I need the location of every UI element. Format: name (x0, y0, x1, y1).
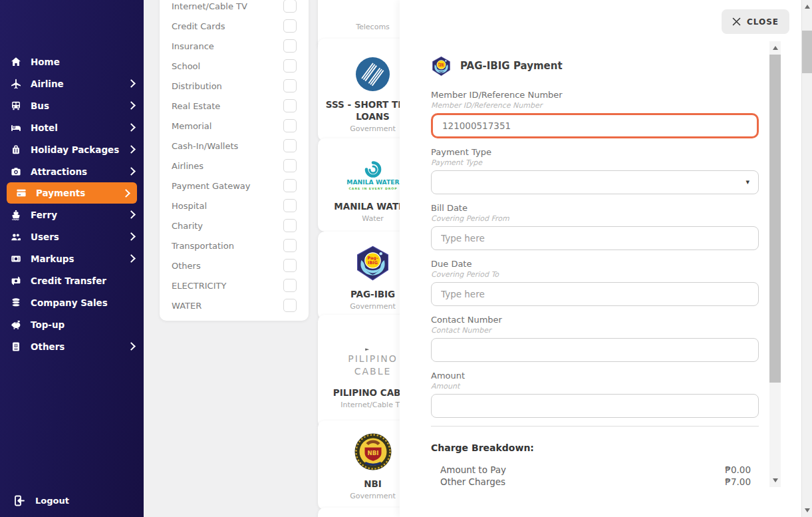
category-row-memorial: Memorial (160, 116, 309, 136)
category-label: Insurance (172, 41, 214, 51)
category-row-payment-gateway: Payment Gateway (160, 176, 309, 196)
contact-number-input[interactable] (431, 338, 759, 362)
checkbox-charity[interactable] (283, 219, 297, 232)
amount-input[interactable] (431, 394, 759, 418)
chevron-right-icon (127, 79, 136, 88)
scroll-down-icon[interactable] (773, 478, 778, 482)
bill-date-input[interactable] (431, 226, 759, 250)
category-label: Real Estate (172, 101, 220, 111)
sidebar-item-others[interactable]: Others (0, 335, 144, 357)
page-scroll-up-icon[interactable] (805, 5, 810, 9)
modal-scrollbar[interactable] (769, 41, 781, 487)
sidebar-item-label: Users (31, 232, 59, 242)
credit-card-icon (15, 188, 27, 199)
pag-ibig-logo: Pag-IBIG (354, 245, 391, 284)
sidebar-item-label: Company Sales (31, 297, 108, 308)
checkbox-water[interactable] (283, 299, 297, 312)
sidebar-item-markups[interactable]: Markups (0, 248, 144, 269)
sidebar-item-label: Bus (31, 100, 49, 111)
sidebar-item-label: Payments (36, 188, 85, 198)
page-scrollbar-thumb[interactable] (802, 31, 812, 73)
sidebar-item-payments[interactable]: Payments (7, 182, 137, 204)
sidebar-item-label: Top-up (31, 319, 65, 330)
payment-type-select[interactable]: ▾ (431, 170, 759, 194)
field-label: Due Date (431, 259, 759, 269)
checkbox-credit-cards[interactable] (283, 19, 297, 33)
checkbox-others[interactable] (283, 259, 297, 272)
category-row-charity: Charity (160, 216, 309, 236)
checkbox-hospital[interactable] (283, 199, 297, 212)
charge-label: Other Charges (431, 476, 505, 487)
sidebar-item-label: Markups (31, 254, 74, 264)
category-row-distribution: Distribution (160, 76, 309, 96)
category-label: Others (172, 261, 201, 271)
field-group-due-date: Due DateCovering Period To (431, 259, 759, 306)
checkbox-insurance[interactable] (283, 39, 297, 53)
checkbox-distribution[interactable] (283, 79, 297, 92)
checkbox-internet-cable-tv[interactable] (283, 0, 297, 13)
charge-label: Amount to Pay (431, 464, 506, 475)
sidebar-item-company-sales[interactable]: Company Sales (0, 291, 144, 313)
due-date-input[interactable] (431, 282, 759, 306)
sidebar-item-top-up[interactable]: Top-up (0, 313, 144, 335)
chevron-right-icon (127, 123, 136, 132)
biller-category: Government (350, 124, 396, 133)
biller-category: Water (362, 214, 384, 223)
checkbox-electricity[interactable] (283, 279, 297, 292)
checkbox-transportation[interactable] (283, 239, 297, 252)
sidebar-item-credit-transfer[interactable]: Credit Transfer (0, 269, 144, 291)
sidebar-item-hotel[interactable]: Hotel (0, 116, 144, 138)
sidebar-item-users[interactable]: Users (0, 226, 144, 248)
chevron-right-icon (127, 210, 136, 219)
sidebar-item-label: Ferry (31, 210, 57, 220)
category-label: Transportation (172, 241, 234, 251)
sidebar-item-airline[interactable]: Airline (0, 73, 144, 94)
charge-value: ₱7.00 (725, 476, 759, 487)
category-row-insurance: Insurance (160, 36, 309, 56)
sidebar: HomeAirlineBusHotelHoliday PackagesAttra… (0, 0, 144, 517)
field-label: Payment Type (431, 147, 759, 158)
sidebar-item-holiday-packages[interactable]: Holiday Packages (0, 138, 144, 160)
dropdown-caret-icon: ▾ (745, 178, 749, 186)
biller-category: Government (350, 492, 396, 500)
checkbox-payment-gateway[interactable] (283, 179, 297, 192)
checkbox-school[interactable] (283, 59, 297, 73)
money-transfer-icon (9, 275, 22, 286)
field-sublabel: Covering Period From (431, 214, 759, 224)
checkbox-cash-in-wallets[interactable] (283, 139, 297, 152)
field-sublabel: Contact Number (431, 326, 759, 335)
sidebar-menu: HomeAirlineBusHotelHoliday PackagesAttra… (0, 51, 144, 357)
category-label: Cash-In/Wallets (172, 141, 238, 151)
chevron-right-icon (127, 101, 136, 110)
field-group-member-id-reference-number: Member ID/Reference NumberMember ID/Refe… (431, 90, 759, 138)
sidebar-item-attractions[interactable]: Attractions (0, 160, 144, 182)
sidebar-item-label: Hotel (31, 122, 58, 133)
logout-label: Logout (35, 496, 69, 506)
field-label: Contact Number (431, 315, 759, 325)
charge-row-amount-to-pay: Amount to Pay₱0.00 (431, 464, 759, 476)
sidebar-item-home[interactable]: Home (0, 51, 144, 73)
modal-scrollbar-thumb[interactable] (769, 55, 781, 383)
chevron-right-icon (127, 145, 136, 154)
member-id-reference-number-input[interactable] (431, 113, 759, 138)
category-label: ELECTRICITY (172, 281, 226, 291)
field-sublabel: Member ID/Reference Number (431, 101, 759, 110)
sidebar-item-label: Airline (31, 79, 64, 89)
page-scroll-down-icon[interactable] (805, 508, 810, 512)
divider (431, 426, 759, 427)
checkbox-airlines[interactable] (283, 159, 297, 172)
sidebar-item-bus[interactable]: Bus (0, 94, 144, 116)
field-label: Amount (431, 371, 759, 381)
logout-button[interactable]: Logout (13, 495, 69, 506)
charge-breakdown-rows: Amount to Pay₱0.00Other Charges₱7.00 (431, 464, 759, 488)
logout-icon (13, 495, 26, 506)
field-sublabel: Covering Period To (431, 270, 759, 279)
pilipino-cable-logo: PILIPINOCABLE (348, 353, 398, 382)
checkbox-real-estate[interactable] (283, 99, 297, 112)
piggy-bank-icon (9, 319, 22, 330)
category-label: Credit Cards (172, 21, 225, 31)
sidebar-item-ferry[interactable]: Ferry (0, 204, 144, 226)
page-scrollbar[interactable] (801, 0, 812, 517)
scroll-up-icon[interactable] (773, 46, 778, 50)
checkbox-memorial[interactable] (283, 119, 297, 132)
